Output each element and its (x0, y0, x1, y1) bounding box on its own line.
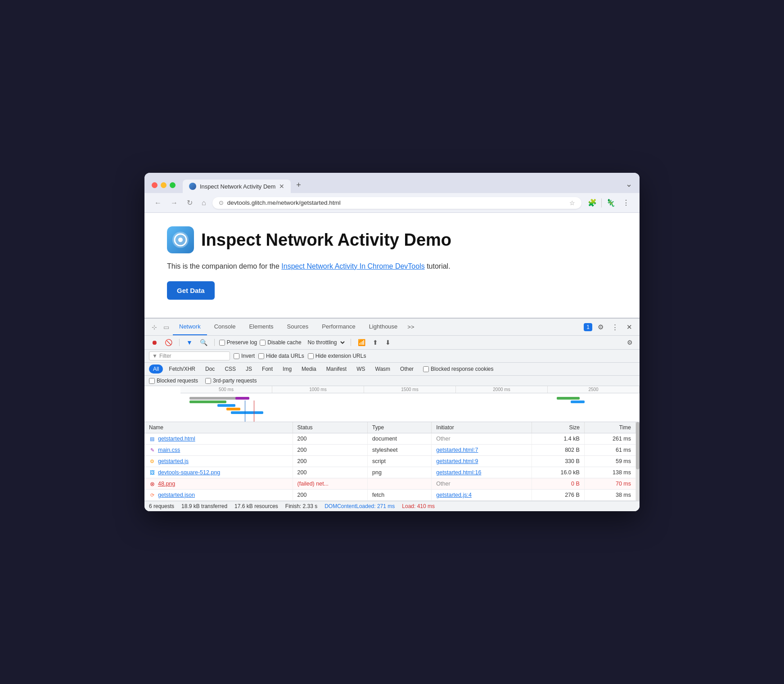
filter-placeholder: Filter (159, 353, 171, 359)
scrollbar[interactable] (636, 422, 640, 501)
tab-close-button[interactable]: ✕ (279, 183, 284, 190)
table-row[interactable]: 🖼 devtools-square-512.png 200 png getsta… (144, 467, 636, 478)
hide-ext-urls-checkbox[interactable] (308, 353, 314, 359)
download-icon[interactable]: ⬇ (383, 338, 393, 347)
file-name-48png[interactable]: 48.png (158, 481, 175, 487)
issues-badge[interactable]: 1 (584, 323, 592, 331)
wifi-icon[interactable]: 📶 (356, 338, 368, 347)
get-data-button[interactable]: Get Data (167, 281, 215, 300)
window-chevron[interactable]: ⌄ (626, 179, 632, 192)
table-row[interactable]: ⟳ getstarted.json 200 fetch getstarted.j… (144, 490, 636, 501)
upload-icon[interactable]: ⬆ (370, 338, 380, 347)
throttle-select[interactable]: No throttling (304, 338, 346, 347)
file-name-png[interactable]: devtools-square-512.png (158, 469, 220, 476)
filter-button[interactable]: ▼ (184, 338, 195, 347)
home-button[interactable]: ⌂ (199, 197, 209, 209)
chip-doc[interactable]: Doc (201, 364, 219, 374)
chip-css[interactable]: CSS (221, 364, 240, 374)
tab-lighthouse[interactable]: Lighthouse (363, 319, 404, 335)
new-tab-button[interactable]: + (291, 177, 306, 193)
file-name-html[interactable]: getstarted.html (158, 436, 195, 442)
chip-ws[interactable]: WS (352, 364, 369, 374)
settings-icon[interactable]: ⚙ (595, 321, 606, 333)
url-text: devtools.glitch.me/network/getstarted.ht… (227, 199, 566, 206)
ruler-2000: 2000 ms (456, 386, 548, 393)
search-button[interactable]: 🔍 (198, 338, 210, 347)
table-row[interactable]: ⚙ getstarted.js 200 script getstarted.ht… (144, 456, 636, 467)
tutorial-link[interactable]: Inspect Network Activity In Chrome DevTo… (281, 262, 424, 270)
nav-bar: ← → ↻ ⌂ ⊙ devtools.glitch.me/network/get… (144, 193, 640, 213)
extensions-icon[interactable]: 🧩 (585, 197, 599, 209)
invert-checkbox[interactable] (234, 353, 239, 359)
tab-performance[interactable]: Performance (315, 319, 361, 335)
file-name-css[interactable]: main.css (158, 447, 180, 453)
chip-manifest[interactable]: Manifest (322, 364, 351, 374)
menu-icon[interactable]: ⋮ (620, 197, 632, 209)
blocked-cookies-text: Blocked response cookies (431, 366, 493, 372)
tab-elements[interactable]: Elements (243, 319, 279, 335)
col-name: Name (144, 422, 293, 433)
chip-other[interactable]: Other (396, 364, 418, 374)
chip-all[interactable]: All (149, 364, 163, 374)
row-initiator-48png: Other (432, 478, 532, 490)
back-button[interactable]: ← (152, 197, 164, 209)
row-status-48png: (failed) net... (293, 478, 368, 490)
table-row-error[interactable]: ⊗ 48.png (failed) net... Other 0 B 70 ms (144, 478, 636, 490)
chip-wasm[interactable]: Wasm (371, 364, 395, 374)
preserve-log-text: Preserve log (227, 339, 257, 346)
third-party-checkbox[interactable] (205, 378, 211, 384)
blocked-requests-label[interactable]: Blocked requests (149, 378, 198, 384)
hide-ext-urls-label[interactable]: Hide extension URLs (308, 353, 366, 359)
chip-img[interactable]: Img (279, 364, 296, 374)
clear-button[interactable]: 🚫 (162, 338, 175, 347)
tab-sources[interactable]: Sources (281, 319, 315, 335)
col-type: Type (368, 422, 432, 433)
inspect-icon[interactable]: ⊹ (149, 320, 160, 334)
bookmark-icon[interactable]: ☆ (569, 199, 575, 207)
devtools-menu-icon[interactable]: ⋮ (609, 321, 621, 333)
row-name-css: ✎ main.css (144, 445, 293, 456)
chip-js[interactable]: JS (242, 364, 256, 374)
file-name-json[interactable]: getstarted.json (158, 492, 195, 498)
more-tabs-button[interactable]: >> (405, 320, 417, 334)
file-name-js[interactable]: getstarted.js (158, 458, 189, 464)
disable-cache-label[interactable]: Disable cache (260, 339, 301, 346)
disable-cache-checkbox[interactable] (260, 340, 266, 346)
maximize-traffic-light[interactable] (170, 182, 176, 188)
reload-button[interactable]: ↻ (184, 197, 195, 209)
blocked-cookies-label[interactable]: Blocked response cookies (423, 366, 493, 372)
chip-media[interactable]: Media (297, 364, 320, 374)
network-settings-icon[interactable]: ⚙ (625, 338, 635, 347)
chip-fetch-xhr[interactable]: Fetch/XHR (165, 364, 199, 374)
blocked-requests-checkbox[interactable] (149, 378, 155, 384)
preserve-log-label[interactable]: Preserve log (219, 339, 257, 346)
record-button[interactable]: ⏺ (149, 338, 160, 347)
chip-font[interactable]: Font (258, 364, 277, 374)
table-row[interactable]: ▤ getstarted.html 200 document Other 1.4… (144, 433, 636, 445)
hide-data-urls-checkbox[interactable] (258, 353, 264, 359)
tab-console[interactable]: Console (208, 319, 242, 335)
timeline-bars (180, 393, 640, 422)
active-tab[interactable]: Inspect Network Activity Dem ✕ (183, 180, 291, 193)
address-bar[interactable]: ⊙ devtools.glitch.me/network/getstarted.… (212, 197, 581, 209)
close-devtools-button[interactable]: ✕ (624, 321, 635, 333)
toolbar-sep-1 (179, 339, 180, 346)
toolbar-sep-2 (214, 339, 215, 346)
table-row[interactable]: ✎ main.css 200 stylesheet getstarted.htm… (144, 445, 636, 456)
scroll-thumb[interactable] (636, 422, 640, 469)
filter-input-wrap[interactable]: ▼ Filter (149, 351, 230, 360)
hide-data-urls-label[interactable]: Hide data URLs (258, 353, 304, 359)
toolbar-sep-3 (351, 339, 351, 346)
img-icon: 🖼 (149, 469, 155, 476)
forward-button[interactable]: → (168, 197, 180, 209)
device-icon[interactable]: ▭ (161, 320, 172, 334)
blocked-cookies-checkbox[interactable] (423, 366, 429, 372)
profile-icon[interactable]: 🦎 (604, 197, 618, 209)
tab-favicon (189, 183, 196, 190)
close-traffic-light[interactable] (152, 182, 158, 188)
third-party-label[interactable]: 3rd-party requests (205, 378, 257, 384)
tab-network[interactable]: Network (173, 319, 207, 335)
invert-label[interactable]: Invert (234, 353, 255, 359)
minimize-traffic-light[interactable] (161, 182, 167, 188)
preserve-log-checkbox[interactable] (219, 340, 225, 346)
